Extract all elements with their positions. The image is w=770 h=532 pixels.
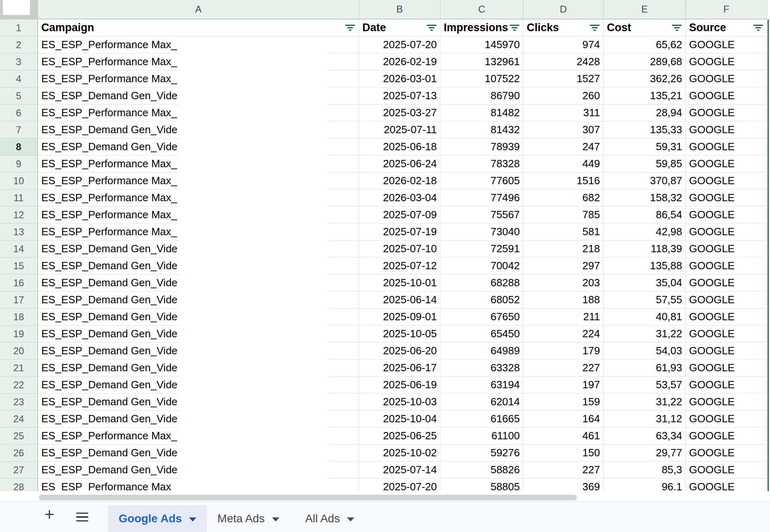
cell-F2[interactable]: GOOGLE — [686, 36, 767, 53]
cell-D19[interactable]: 224 — [523, 326, 604, 343]
row-header-15[interactable]: 15 — [0, 257, 37, 275]
cell-C5[interactable]: 86790 — [440, 87, 523, 104]
cell-F9[interactable]: GOOGLE — [686, 155, 767, 172]
tab-dropdown-icon[interactable] — [347, 517, 354, 521]
cell-C11[interactable]: 77496 — [440, 189, 523, 206]
row-header-3[interactable]: 3 — [0, 53, 37, 70]
cell-E27[interactable]: 85,3 — [604, 462, 686, 479]
cell-B1[interactable]: Date — [359, 19, 440, 36]
cell-F4[interactable]: GOOGLE — [686, 70, 767, 87]
cell-B8[interactable]: 2025-06-18 — [359, 138, 440, 155]
cell-B22[interactable]: 2025-06-19 — [359, 377, 440, 394]
cell-E8[interactable]: 59,31 — [604, 138, 686, 155]
cell-D14[interactable]: 218 — [523, 240, 604, 257]
cell-D24[interactable]: 164 — [523, 411, 604, 428]
cell-B11[interactable]: 2026-03-04 — [359, 189, 440, 206]
row-header-16[interactable]: 16 — [0, 275, 37, 292]
filter-icon[interactable] — [509, 24, 520, 32]
cell-D27[interactable]: 227 — [523, 462, 604, 479]
cell-B14[interactable]: 2025-07-10 — [359, 240, 440, 257]
column-header-C[interactable]: C — [440, 0, 523, 19]
cell-F23[interactable]: GOOGLE — [686, 394, 767, 411]
cell-E28[interactable]: 96.1 — [604, 479, 686, 491]
cell-B17[interactable]: 2025-06-14 — [359, 292, 440, 309]
cell-E12[interactable]: 86,54 — [604, 206, 686, 223]
add-sheet-button[interactable]: + — [40, 500, 59, 532]
cell-E19[interactable]: 31,22 — [604, 326, 686, 343]
cell-E2[interactable]: 65,62 — [604, 36, 686, 53]
cell-F6[interactable]: GOOGLE — [686, 104, 767, 121]
tab-google-ads[interactable]: Google Ads — [108, 505, 207, 532]
cell-F1[interactable]: Source — [686, 19, 767, 36]
cell-B16[interactable]: 2025-10-01 — [359, 275, 440, 292]
cell-F14[interactable]: GOOGLE — [686, 240, 767, 257]
cell-C4[interactable]: 107522 — [440, 70, 523, 87]
cell-B27[interactable]: 2025-07-14 — [359, 462, 440, 479]
cell-D26[interactable]: 150 — [523, 445, 604, 462]
cell-E23[interactable]: 31,22 — [604, 394, 686, 411]
row-header-18[interactable]: 18 — [0, 309, 37, 326]
row-header-17[interactable]: 17 — [0, 292, 37, 309]
cell-B9[interactable]: 2025-06-24 — [359, 155, 440, 172]
cell-D13[interactable]: 581 — [523, 223, 604, 240]
cell-A1[interactable]: Campaign — [38, 19, 359, 36]
row-header-23[interactable]: 23 — [0, 394, 37, 411]
cell-E7[interactable]: 135,33 — [604, 121, 686, 138]
cell-E6[interactable]: 28,94 — [604, 104, 686, 121]
cell-C2[interactable]: 145970 — [440, 36, 523, 53]
cell-D4[interactable]: 1527 — [523, 70, 604, 87]
cell-F11[interactable]: GOOGLE — [686, 189, 767, 206]
cell-D15[interactable]: 297 — [523, 257, 604, 275]
cell-C28[interactable]: 58805 — [440, 479, 523, 491]
row-header-26[interactable]: 26 — [0, 445, 37, 462]
tab-dropdown-icon[interactable] — [189, 517, 196, 521]
cell-F13[interactable]: GOOGLE — [686, 223, 767, 240]
cell-F3[interactable]: GOOGLE — [686, 53, 767, 70]
cell-C25[interactable]: 61100 — [440, 428, 523, 445]
cell-D18[interactable]: 211 — [523, 309, 604, 326]
cell-B20[interactable]: 2025-06-20 — [359, 343, 440, 360]
cell-F21[interactable]: GOOGLE — [686, 360, 767, 377]
row-header-1[interactable]: 1 — [0, 19, 37, 36]
cell-B21[interactable]: 2025-06-17 — [359, 360, 440, 377]
cell-C21[interactable]: 63328 — [440, 360, 523, 377]
cell-C13[interactable]: 73040 — [440, 223, 523, 240]
column-header-D[interactable]: D — [523, 0, 604, 19]
cell-F16[interactable]: GOOGLE — [686, 275, 767, 292]
row-header-21[interactable]: 21 — [0, 360, 37, 377]
horizontal-scrollbar-thumb[interactable] — [39, 495, 577, 500]
filter-icon[interactable] — [589, 24, 600, 32]
row-header-12[interactable]: 12 — [0, 206, 37, 223]
cell-D9[interactable]: 449 — [523, 155, 604, 172]
cell-D16[interactable]: 203 — [523, 275, 604, 292]
cell-F17[interactable]: GOOGLE — [686, 292, 767, 309]
row-header-14[interactable]: 14 — [0, 240, 37, 257]
column-header-B[interactable]: B — [359, 0, 440, 19]
filter-icon[interactable] — [345, 24, 355, 32]
cell-C23[interactable]: 62014 — [440, 394, 523, 411]
row-header-27[interactable]: 27 — [0, 462, 37, 479]
cell-D3[interactable]: 2428 — [523, 53, 604, 70]
cell-F18[interactable]: GOOGLE — [686, 309, 767, 326]
cell-C15[interactable]: 70042 — [440, 257, 523, 275]
cell-E21[interactable]: 61,93 — [604, 360, 686, 377]
cell-C18[interactable]: 67650 — [440, 309, 523, 326]
cell-B19[interactable]: 2025-10-05 — [359, 326, 440, 343]
cell-D1[interactable]: Clicks — [523, 19, 604, 36]
cell-D28[interactable]: 369 — [523, 479, 604, 491]
cell-D6[interactable]: 311 — [523, 104, 604, 121]
cell-E3[interactable]: 289,68 — [604, 53, 686, 70]
cell-B5[interactable]: 2025-07-13 — [359, 87, 440, 104]
row-header-6[interactable]: 6 — [0, 104, 37, 121]
row-header-13[interactable]: 13 — [0, 223, 37, 240]
cell-D22[interactable]: 197 — [523, 377, 604, 394]
cell-D12[interactable]: 785 — [523, 206, 604, 223]
cell-E24[interactable]: 31,12 — [604, 411, 686, 428]
cell-F22[interactable]: GOOGLE — [686, 377, 767, 394]
row-header-7[interactable]: 7 — [0, 121, 37, 138]
cell-C9[interactable]: 78328 — [440, 155, 523, 172]
cell-F25[interactable]: GOOGLE — [686, 428, 767, 445]
cell-E5[interactable]: 135,21 — [604, 87, 686, 104]
cell-B12[interactable]: 2025-07-09 — [359, 206, 440, 223]
row-header-8[interactable]: 8 — [0, 138, 37, 155]
